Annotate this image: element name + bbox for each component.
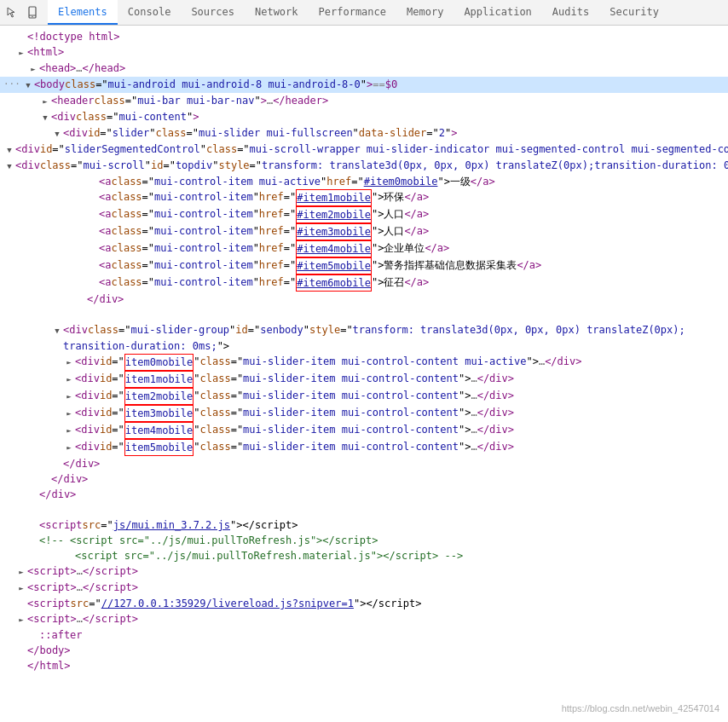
code-line-comment1: <!-- <script src="../js/mui.pullToRefres… [0, 533, 728, 548]
arrow[interactable] [22, 77, 34, 93]
code-line-div-item5mobile: <div id="item5mobile" class="mui-slider-… [0, 439, 728, 456]
tab-memory[interactable]: Memory [396, 0, 454, 25]
device-icon[interactable] [24, 4, 41, 21]
code-line-a-item1: <a class="mui-control-item" href="#item1… [0, 189, 728, 206]
arrow[interactable] [63, 422, 75, 438]
devtools-toolbar: Elements Console Sources Network Perform… [0, 0, 728, 26]
arrow[interactable] [51, 125, 63, 142]
code-line-div-item0mobile: <div id="item0mobile" class="mui-slider-… [0, 354, 728, 371]
code-line-script-livereload: <script src="//127.0.0.1:35929/livereloa… [0, 596, 728, 611]
code-line-blank1 [0, 307, 728, 322]
code-line-div-item1mobile: <div id="item1mobile" class="mui-slider-… [0, 371, 728, 388]
code-line-script-mui: <script src="js/mui.min_3.7.2.js"></scri… [0, 517, 728, 533]
arrow[interactable] [3, 142, 15, 158]
code-line-script4: <script>…</script> [0, 611, 728, 627]
arrow[interactable] [51, 322, 63, 338]
watermark-text: https://blog.csdn.net/webin_42547014 [562, 703, 719, 713]
arrow[interactable] [63, 439, 75, 455]
code-line-a-item2: <a class="mui-control-item" href="#item2… [0, 206, 728, 223]
code-line-close-muiscroll: </div> [0, 292, 728, 307]
tab-audits[interactable]: Audits [542, 0, 599, 25]
arrow[interactable] [39, 93, 51, 109]
code-line-body[interactable]: ··· <body class="mui-android mui-android… [0, 77, 728, 93]
code-line-close-body: </body> [0, 643, 728, 658]
devtools-tabs: Elements Console Sources Network Perform… [48, 0, 669, 25]
code-line-a-item5: <a class="mui-control-item" href="#item5… [0, 257, 728, 274]
arrow[interactable] [15, 611, 27, 627]
code-line-blank2 [0, 502, 728, 517]
toolbar-icons [3, 4, 41, 21]
code-line-a-item6: <a class="mui-control-item" href="#item6… [0, 274, 728, 292]
code-line-html: <html> [0, 44, 728, 61]
tab-security[interactable]: Security [599, 0, 669, 25]
doctype-text: <!doctype html> [27, 29, 119, 44]
code-line-a-item0: <a class="mui-control-item mui-active" h… [0, 174, 728, 189]
svg-point-2 [32, 15, 32, 16]
arrow[interactable] [63, 354, 75, 370]
code-line-div-muiscroll: <div class="mui-scroll" id="topdiv" styl… [0, 158, 728, 174]
arrow[interactable] [15, 563, 27, 580]
code-line-close-html: </html> [0, 658, 728, 673]
arrow[interactable] [15, 580, 27, 596]
code-line-div-item3mobile: <div id="item3mobile" class="mui-slider-… [0, 405, 728, 422]
arrow[interactable] [3, 158, 15, 174]
tab-network[interactable]: Network [245, 0, 309, 25]
code-line-head: <head>…</head> [0, 61, 728, 77]
code-line-div-slider: <div id="slider" class="mui-slider mui-f… [0, 125, 728, 142]
code-line-close-slidergroup: </div> [0, 456, 728, 471]
code-line-close-slider: </div> [0, 471, 728, 487]
tab-performance[interactable]: Performance [309, 0, 396, 25]
arrow[interactable] [63, 388, 75, 404]
code-line-div-item2mobile: <div id="item2mobile" class="mui-slider-… [0, 388, 728, 405]
code-line-close-muicontent: </div> [0, 487, 728, 502]
code-line-a-item4: <a class="mui-control-item" href="#item4… [0, 240, 728, 257]
code-line-div-mui-content: <div class="mui-content" > [0, 109, 728, 125]
inspect-icon[interactable] [3, 4, 20, 21]
arrow[interactable] [63, 371, 75, 387]
arrow[interactable] [15, 44, 27, 61]
code-line-div-item4mobile: <div id="item4mobile" class="mui-slider-… [0, 422, 728, 439]
code-line-script2: <script>…</script> [0, 563, 728, 580]
arrow[interactable] [27, 61, 39, 77]
tab-sources[interactable]: Sources [181, 0, 245, 25]
tab-elements[interactable]: Elements [48, 0, 118, 25]
ellipsis-marker: ··· [3, 77, 20, 92]
code-line-script3: <script>…</script> [0, 580, 728, 596]
code-line-a-item3: <a class="mui-control-item" href="#item3… [0, 223, 728, 240]
arrow[interactable] [39, 109, 51, 125]
arrow[interactable] [63, 405, 75, 421]
code-line-div-segmented: <div id="sliderSegmentedControl" class="… [0, 142, 728, 158]
code-line-header: <header class="mui-bar mui-bar-nav" >…</… [0, 93, 728, 109]
tag-html: <html> [27, 44, 64, 60]
code-line-div-slidergroup: <div class="mui-slider-group" id="senbod… [0, 322, 728, 338]
code-line-div-slidergroup2: transition-duration: 0ms;"> [0, 338, 728, 354]
tab-application[interactable]: Application [454, 0, 541, 25]
devtools-content: <!doctype html> <html> <head>…</head> ··… [0, 26, 728, 722]
code-line-after: ::after [0, 627, 728, 643]
code-line-doctype: <!doctype html> [0, 29, 728, 44]
code-line-comment2: <script src="../js/mui.pullToRefresh.mat… [0, 548, 728, 563]
tab-console[interactable]: Console [118, 0, 182, 25]
